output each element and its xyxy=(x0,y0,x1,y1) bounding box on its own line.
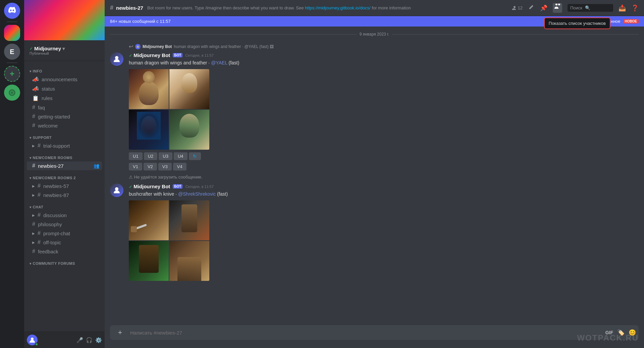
server-header[interactable]: ✓ Midjourney ▾ Публичный xyxy=(24,40,105,61)
channel-name: newbies-27 xyxy=(38,163,64,169)
channel-discussion[interactable]: ▶ # discussion xyxy=(27,211,102,219)
sticker-icon[interactable]: 🏷️ xyxy=(617,329,625,336)
channel-newbies-27[interactable]: # newbies-27 👥 xyxy=(27,161,102,170)
channel-name: announcements xyxy=(42,77,77,82)
channel-feedback[interactable]: # feedback xyxy=(27,247,102,256)
hash-icon-8: # xyxy=(38,212,41,218)
category-support[interactable]: ▾ SUPPORT xyxy=(24,130,105,141)
v3-button[interactable]: V3 xyxy=(158,163,172,170)
message-header-2: ✓ Midjourney Bot БОТ Сегодня, в 11:57 xyxy=(129,184,639,189)
expand-arrow-icon-5: ▶ xyxy=(32,232,35,235)
image-cell-4[interactable] xyxy=(169,110,209,150)
channel-name: prompt-chat xyxy=(43,231,70,236)
v4-button[interactable]: V4 xyxy=(173,163,186,170)
category-newcomer-rooms-2[interactable]: ▾ NEWCOMER ROOMS 2 xyxy=(24,170,105,181)
edit-icon[interactable] xyxy=(528,4,535,12)
input-add-button[interactable]: + xyxy=(113,325,127,340)
u4-button[interactable]: U4 xyxy=(174,152,187,160)
channel-newbies-57[interactable]: ▶ # newbies-57 xyxy=(27,182,102,190)
topbar-desc-text: Bot room for new users. Type /imagine th… xyxy=(147,5,304,10)
expand-arrow-icon-4: ▶ xyxy=(32,213,35,217)
search-icon: 🔍 xyxy=(585,5,590,10)
channel-announcements[interactable]: 📣 announcements xyxy=(27,75,102,84)
u3-button[interactable]: U3 xyxy=(159,152,172,160)
search-box[interactable]: Поиск 🔍 xyxy=(568,4,613,12)
category-info[interactable]: ▾ INFO xyxy=(24,64,105,74)
hash-icon-6: # xyxy=(38,183,41,189)
message-content-2: ✓ Midjourney Bot БОТ Сегодня, в 11:57 bu… xyxy=(129,184,639,281)
channel-name: faq xyxy=(38,105,45,110)
v2-button[interactable]: V2 xyxy=(144,163,157,170)
expand-arrow-icon: ▶ xyxy=(32,144,35,148)
u2-button[interactable]: U2 xyxy=(144,152,158,160)
channel-trial-support[interactable]: ▶ # trial-support xyxy=(27,141,102,150)
channel-prompt-chat[interactable]: ▶ # prompt-chat xyxy=(27,229,102,238)
channel-name: trial-support xyxy=(43,143,70,149)
members-list-toggle-icon[interactable] xyxy=(553,3,562,13)
date-text: 9 января 2023 г. xyxy=(360,32,389,37)
hash-icon-9: # xyxy=(32,221,35,227)
channel-rules[interactable]: 📋 rules xyxy=(27,94,102,103)
server-chevron-icon: ▾ xyxy=(62,46,65,51)
message-header-1: ✓ Midjourney Bot БОТ Сегодня, в 11:57 xyxy=(129,52,639,58)
tooltip-text: Показать список участников xyxy=(549,21,606,26)
channel-name: philosophy xyxy=(38,221,62,227)
main-content: # newbies-27 Bot room for new users. Typ… xyxy=(105,0,644,348)
server-icon-explore[interactable] xyxy=(4,85,20,101)
channel-name: rules xyxy=(42,95,53,101)
u1-button[interactable]: U1 xyxy=(129,152,143,160)
image-cell-1[interactable] xyxy=(129,69,169,109)
image-cell-bush-1[interactable] xyxy=(129,200,169,240)
category-newcomer-rooms[interactable]: ▾ NEWCOMER ROOMS xyxy=(24,150,105,161)
channel-welcome[interactable]: # welcome xyxy=(27,121,102,130)
image-cell-3[interactable] xyxy=(129,110,169,150)
topbar-icons: 12 📌 Поиск 🔍 📥 ❓ xyxy=(511,3,639,13)
channel-hash-icon: # xyxy=(110,4,113,11)
channel-newbies-87[interactable]: ▶ # newbies-87 xyxy=(27,191,102,199)
v1-button[interactable]: V1 xyxy=(129,163,142,170)
category-chat[interactable]: ▾ CHAT xyxy=(24,200,105,210)
inbox-icon[interactable]: 📥 xyxy=(619,4,626,12)
topbar-desc-link[interactable]: https://midjourney.gitbook.io/docs/ xyxy=(305,5,372,10)
hash-icon-4: # xyxy=(38,143,41,149)
message-avatar-1 xyxy=(110,52,123,66)
hash-icon-12: # xyxy=(32,248,35,254)
gif-icon[interactable]: GIF xyxy=(605,330,613,335)
mic-icon[interactable]: 🎤 xyxy=(76,337,83,343)
message-text-1: human dragon with wings and feather · @Y… xyxy=(129,59,639,66)
category-arrow-icon-5: ▾ xyxy=(30,205,32,209)
server-icon-add[interactable]: + xyxy=(4,66,20,82)
members-count-icon: 12 xyxy=(511,5,523,11)
channel-getting-started[interactable]: # getting-started xyxy=(27,112,102,121)
server-icon-home[interactable] xyxy=(4,3,20,19)
image-cell-bush-4[interactable] xyxy=(169,241,209,281)
category-community-forums[interactable]: ▾ COMMUNITY FORUMS xyxy=(24,256,105,267)
members-count: 12 xyxy=(518,5,523,10)
server-icon-midjourney[interactable] xyxy=(4,25,20,41)
server-header-content: ✓ Midjourney ▾ Публичный xyxy=(30,46,65,55)
image-cell-bush-2[interactable] xyxy=(169,200,209,240)
help-icon[interactable]: ❓ xyxy=(631,4,639,12)
channel-name: getting-started xyxy=(38,114,70,119)
sidebar-footer: 🎤 🎧 ⚙️ xyxy=(24,332,105,348)
message-input[interactable] xyxy=(130,326,603,339)
image-cell-2[interactable] xyxy=(169,69,209,109)
failed-text: ⚠ Не удаётся загрузить сообщение. xyxy=(129,175,203,180)
topbar: # newbies-27 Bot room for new users. Typ… xyxy=(105,0,644,16)
headphones-icon[interactable]: 🎧 xyxy=(86,337,93,343)
channel-off-topic[interactable]: ▶ # off-topic xyxy=(27,238,102,247)
image-grid-1 xyxy=(129,69,209,150)
category-label-6: COMMUNITY FORUMS xyxy=(33,261,75,265)
channel-faq[interactable]: # faq xyxy=(27,103,102,112)
server-icon-e[interactable]: E xyxy=(4,44,20,60)
topbar-channel: # newbies-27 xyxy=(110,4,143,11)
channel-philosophy[interactable]: # philosophy xyxy=(27,220,102,229)
channel-status[interactable]: 📣 status xyxy=(27,84,102,93)
refresh-button[interactable]: ↻ xyxy=(189,152,201,160)
category-arrow-icon: ▾ xyxy=(30,69,32,73)
pin-icon[interactable]: 📌 xyxy=(540,4,547,12)
image-cell-bush-3[interactable] xyxy=(129,241,169,281)
settings-icon[interactable]: ⚙️ xyxy=(95,337,102,343)
reply-indicator: ↩ 🤖 Midjourney Bot human dragon with win… xyxy=(105,42,644,50)
emoji-icon[interactable]: 😊 xyxy=(629,329,636,336)
